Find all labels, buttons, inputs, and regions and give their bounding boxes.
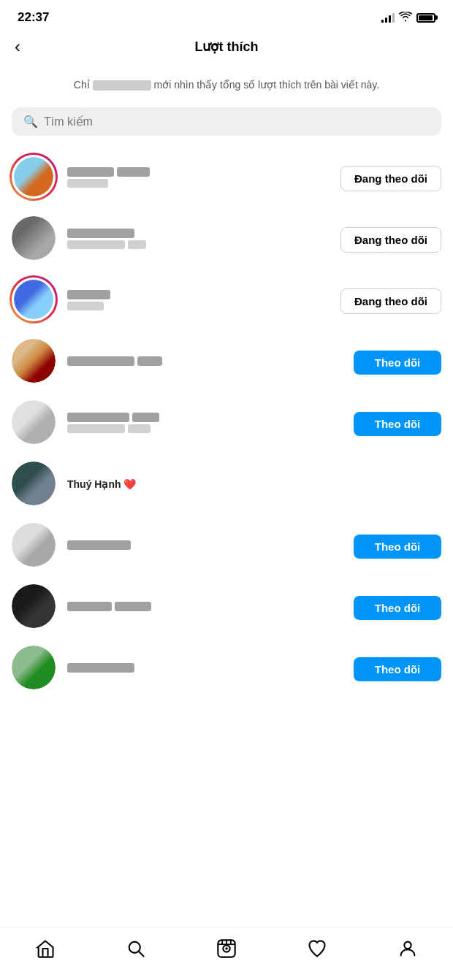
user-subtitle [67, 424, 345, 435]
follow-button[interactable]: Theo dõi [354, 596, 441, 620]
search-bar[interactable]: 🔍 [12, 107, 441, 136]
avatar[interactable] [12, 155, 58, 202]
user-info [67, 229, 332, 251]
status-time: 22:37 [18, 10, 49, 25]
user-info [67, 663, 345, 675]
avatar[interactable] [12, 462, 58, 508]
status-bar: 22:37 [0, 0, 453, 31]
avatar[interactable] [12, 216, 58, 263]
list-item: Thuý Hạnh ❤️ [12, 454, 441, 516]
blurred-name [93, 80, 151, 91]
follow-button[interactable]: Theo dõi [354, 657, 441, 681]
reels-icon [216, 938, 237, 964]
bottom-nav [0, 927, 453, 980]
list-item: Đang theo dõi [12, 270, 441, 332]
user-name [67, 540, 345, 550]
user-subtitle [67, 302, 332, 313]
list-item: Theo dõi [12, 516, 441, 577]
home-icon [35, 938, 56, 964]
profile-icon [397, 938, 418, 964]
user-name [67, 356, 345, 366]
avatar[interactable] [12, 523, 58, 570]
user-subtitle [67, 240, 332, 251]
avatar[interactable] [12, 584, 58, 631]
user-name [67, 413, 345, 422]
list-item: Theo dõi [12, 638, 441, 700]
avatar[interactable] [12, 646, 58, 692]
back-button[interactable]: ‹ [15, 37, 44, 57]
user-name [67, 602, 345, 611]
svg-point-3 [225, 947, 228, 950]
user-info [67, 356, 345, 368]
following-button[interactable]: Đang theo dõi [340, 288, 441, 314]
list-item: Đang theo dõi [12, 148, 441, 209]
list-item: Theo dõi [12, 577, 441, 638]
wifi-icon [399, 12, 412, 24]
user-list: Đang theo dõiĐang theo dõiĐang theo dõiT… [0, 148, 453, 700]
info-text: Chỉ mới nhìn thấy tổng số lượt thích trê… [0, 66, 453, 102]
list-item: Đang theo dõi [12, 209, 441, 270]
user-info [67, 167, 332, 190]
avatar[interactable] [12, 339, 58, 386]
follow-button[interactable]: Theo dõi [354, 412, 441, 436]
nav-profile[interactable] [389, 936, 426, 965]
search-icon: 🔍 [23, 115, 38, 129]
avatar[interactable] [12, 277, 58, 324]
user-name [67, 167, 332, 177]
svg-point-8 [404, 941, 411, 948]
signal-icon [381, 12, 395, 23]
user-name [67, 290, 332, 299]
follow-button[interactable]: Theo dõi [354, 535, 441, 559]
user-name [67, 229, 332, 238]
status-icons [381, 12, 435, 24]
user-subtitle [67, 179, 332, 190]
search-input[interactable] [44, 115, 430, 129]
heart-icon [307, 938, 327, 964]
avatar[interactable] [12, 400, 58, 447]
nav-search[interactable] [118, 936, 154, 965]
user-info: Thuý Hạnh ❤️ [67, 478, 441, 492]
nav-home[interactable] [27, 936, 64, 965]
list-item: Theo dõi [12, 332, 441, 393]
user-info [67, 413, 345, 435]
battery-icon [416, 13, 435, 23]
search-container: 🔍 [0, 102, 453, 148]
page-title: Lượt thích [44, 39, 409, 55]
follow-button[interactable]: Theo dõi [354, 351, 441, 375]
user-info [67, 290, 332, 313]
user-info [67, 540, 345, 552]
list-item: Theo dõi [12, 393, 441, 454]
nav-reels[interactable] [208, 936, 245, 965]
user-info [67, 602, 345, 613]
search-nav-icon [126, 938, 146, 964]
following-button[interactable]: Đang theo dõi [340, 227, 441, 253]
nav-activity[interactable] [299, 936, 335, 965]
user-name: Thuý Hạnh ❤️ [67, 478, 441, 490]
following-button[interactable]: Đang theo dõi [340, 166, 441, 191]
user-name [67, 663, 345, 673]
header: ‹ Lượt thích [0, 31, 453, 66]
